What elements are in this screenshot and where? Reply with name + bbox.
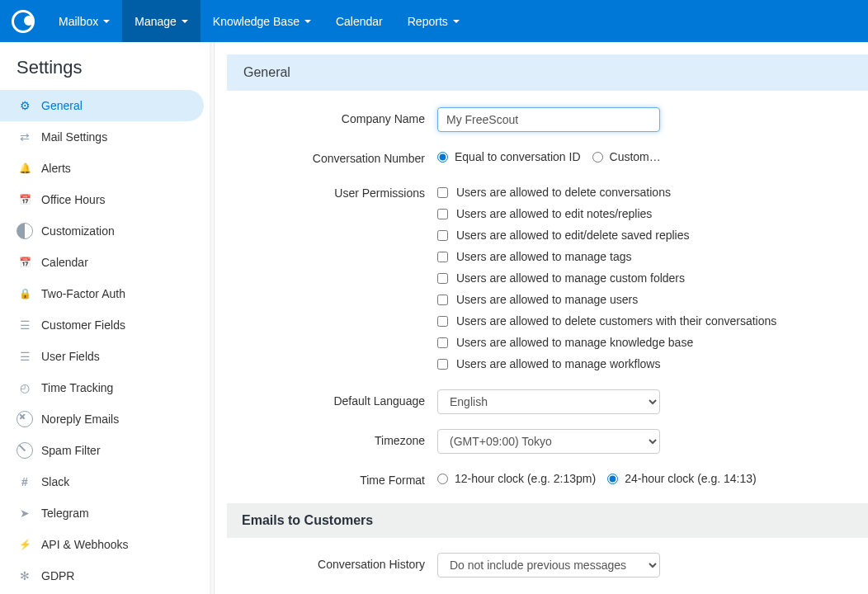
sidebar-item-mail-settings[interactable]: Mail Settings <box>0 121 214 153</box>
panel-heading-general: General <box>227 54 868 91</box>
sidebar-item-label: Two-Factor Auth <box>41 287 125 300</box>
sidebar-item-telegram[interactable]: Telegram <box>0 497 214 529</box>
sidebar-item-time-tracking[interactable]: Time Tracking <box>0 372 214 403</box>
document-icon <box>17 348 33 365</box>
checkbox-label: Users are allowed to manage custom folde… <box>456 271 685 285</box>
user-permission-option[interactable]: Users are allowed to delete conversation… <box>437 182 850 203</box>
sidebar-item-label: General <box>41 99 83 112</box>
nav-item-reports[interactable]: Reports <box>395 0 472 42</box>
sidebar-item-label: Noreply Emails <box>41 412 119 426</box>
sidebar-item-calendar[interactable]: Calendar <box>0 247 214 278</box>
nav-item-label: Mailbox <box>59 15 98 28</box>
sidebar-item-label: Time Tracking <box>41 381 113 394</box>
nav-item-knowledge-base[interactable]: Knowledge Base <box>200 0 323 42</box>
conversation-history-select[interactable]: Do not include previous messages <box>437 553 660 578</box>
nav-item-label: Reports <box>408 15 448 28</box>
checkbox-label: Users are allowed to edit/delete saved r… <box>456 229 690 242</box>
checkbox-label: Users are allowed to manage users <box>456 293 638 306</box>
logo-icon <box>12 10 35 33</box>
user-permission-option[interactable]: Users are allowed to manage tags <box>437 246 850 267</box>
company-name-input[interactable] <box>437 107 660 132</box>
main-content: General Company Name Conversation Number… <box>215 42 868 594</box>
user-permission-checkbox[interactable] <box>437 230 448 241</box>
user-permissions-label: User Permissions <box>227 182 437 200</box>
sidebar-item-user-fields[interactable]: User Fields <box>0 341 214 372</box>
sidebar-item-label: Alerts <box>41 162 71 175</box>
user-permission-checkbox[interactable] <box>437 273 448 284</box>
sidebar-item-label: Telegram <box>41 507 89 520</box>
user-permission-option[interactable]: Users are allowed to manage workflows <box>437 353 850 375</box>
gear-icon <box>17 97 33 114</box>
document-icon <box>17 317 33 333</box>
chevron-down-icon <box>304 20 311 23</box>
user-permission-option[interactable]: Users are allowed to manage users <box>437 289 850 310</box>
conversation-number-radio[interactable] <box>437 152 448 163</box>
conversation-number-option[interactable]: Custom… <box>592 147 661 167</box>
sidebar-item-label: Customer Fields <box>41 318 125 332</box>
user-permission-option[interactable]: Users are allowed to delete customers wi… <box>437 310 850 332</box>
clock-icon <box>17 380 33 396</box>
user-permission-checkbox[interactable] <box>437 295 448 305</box>
conversation-number-label: Conversation Number <box>227 147 437 165</box>
time-format-radio[interactable] <box>607 474 618 484</box>
nav-item-mailbox[interactable]: Mailbox <box>46 0 122 42</box>
sidebar-item-customization[interactable]: Customization <box>0 215 214 247</box>
chevron-down-icon <box>103 20 110 23</box>
radio-label: 12-hour clock (e.g. 2:13pm) <box>455 472 596 485</box>
user-permission-checkbox[interactable] <box>437 359 448 370</box>
user-permission-checkbox[interactable] <box>437 209 448 219</box>
user-permission-option[interactable]: Users are allowed to manage custom folde… <box>437 267 850 289</box>
sidebar-item-alerts[interactable]: Alerts <box>0 153 214 184</box>
checkbox-label: Users are allowed to manage tags <box>456 250 631 263</box>
user-permission-option[interactable]: Users are allowed to manage knowledge ba… <box>437 332 850 353</box>
nav-item-calendar[interactable]: Calendar <box>323 0 395 42</box>
user-permission-checkbox[interactable] <box>437 252 448 262</box>
timezone-label: Timezone <box>227 429 437 447</box>
sidebar-item-customer-fields[interactable]: Customer Fields <box>0 309 214 341</box>
default-language-select[interactable]: English <box>437 389 660 414</box>
timezone-select[interactable]: (GMT+09:00) Tokyo <box>437 429 660 454</box>
time-format-label: Time Format <box>227 469 437 487</box>
sidebar-item-api-webhooks[interactable]: API & Webhooks <box>0 529 214 560</box>
sidebar-item-slack[interactable]: Slack <box>0 466 214 497</box>
radio-label: Custom… <box>610 150 661 163</box>
user-permission-checkbox[interactable] <box>437 316 448 327</box>
checkbox-label: Users are allowed to delete customers wi… <box>456 314 776 328</box>
sidebar-item-general[interactable]: General <box>0 90 204 121</box>
sidebar-item-label: Mail Settings <box>41 130 107 144</box>
top-navbar: MailboxManageKnowledge BaseCalendarRepor… <box>0 0 868 42</box>
sidebar-item-label: Calendar <box>41 256 88 269</box>
brand-logo[interactable] <box>0 0 46 42</box>
nav-item-label: Calendar <box>336 15 383 28</box>
bolt-icon <box>17 536 33 553</box>
checkbox-label: Users are allowed to manage workflows <box>456 357 660 370</box>
plane-icon <box>17 505 33 521</box>
swap-icon <box>17 129 33 145</box>
chevron-down-icon <box>453 20 460 23</box>
sidebar-item-spam-filter[interactable]: Spam Filter <box>0 435 214 466</box>
sidebar-item-label: Spam Filter <box>41 444 101 457</box>
sidebar-item-office-hours[interactable]: Office Hours <box>0 184 214 215</box>
user-permission-option[interactable]: Users are allowed to edit/delete saved r… <box>437 224 850 246</box>
nav-item-manage[interactable]: Manage <box>122 0 200 42</box>
time-format-option[interactable]: 12-hour clock (e.g. 2:13pm) <box>437 469 596 488</box>
section-emails-to-customers: Emails to Customers <box>227 503 868 538</box>
sidebar-item-gdpr[interactable]: GDPR <box>0 560 214 592</box>
user-permission-checkbox[interactable] <box>437 337 448 348</box>
sidebar-item-noreply-emails[interactable]: Noreply Emails <box>0 403 214 435</box>
conversation-number-option[interactable]: Equal to conversation ID <box>437 147 581 167</box>
settings-sidebar: Settings GeneralMail SettingsAlertsOffic… <box>0 42 215 594</box>
conversation-number-radio[interactable] <box>592 152 603 163</box>
default-language-label: Default Language <box>227 389 437 408</box>
sidebar-item-two-factor-auth[interactable]: Two-Factor Auth <box>0 278 214 309</box>
user-permission-option[interactable]: Users are allowed to edit notes/replies <box>437 203 850 224</box>
user-permission-checkbox[interactable] <box>437 187 448 198</box>
nav-item-label: Manage <box>134 15 177 28</box>
time-format-option[interactable]: 24-hour clock (e.g. 14:13) <box>607 469 757 488</box>
lock-icon <box>17 285 33 302</box>
conversation-history-label: Conversation History <box>227 553 437 571</box>
half-circle-icon <box>17 223 33 239</box>
hash-icon <box>17 474 33 490</box>
time-format-radio[interactable] <box>437 474 448 484</box>
nav-item-label: Knowledge Base <box>213 15 300 28</box>
